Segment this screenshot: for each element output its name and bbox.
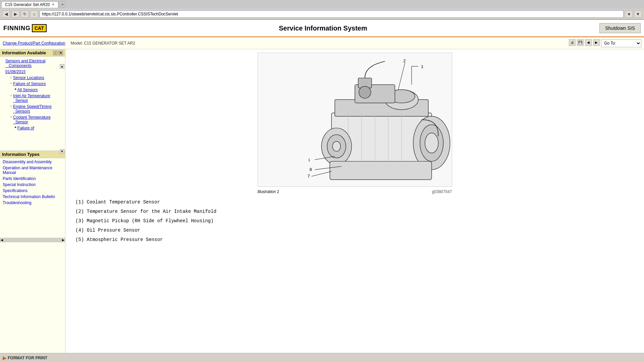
svg-point-10 <box>332 141 340 152</box>
goto-select[interactable]: Go To: <box>601 39 641 47</box>
sensor-list: (1) Coolant Temperature Sensor (2) Tempe… <box>72 199 637 242</box>
list-item: ○ Failure of Sensors <box>0 81 65 87</box>
browser-chrome: C15 Generator Set AR20 ✕ + ◀ ▶ ↻ ⌂ ★ ▼ <box>0 0 644 20</box>
engine-illustration: 1 2 1 7 8 <box>258 53 452 187</box>
list-item: 01/08/2015 <box>0 69 65 75</box>
illustration-label: Illustration 1 <box>258 189 279 194</box>
url-input[interactable] <box>40 10 624 18</box>
svg-rect-11 <box>330 161 431 180</box>
illustration-id: g03807547 <box>432 189 452 194</box>
format-print-button[interactable]: ▶ FORMAT FOR PRINT <box>3 355 47 361</box>
app-header: FINNING CAT Service Information System S… <box>0 20 644 37</box>
info-type-specifications[interactable]: Specifications <box>0 188 65 194</box>
all-sensors-link[interactable]: All Sensors <box>17 87 38 92</box>
content-area: 1 2 1 7 8 <box>65 49 644 353</box>
svg-point-7 <box>425 133 438 153</box>
inlet-air-link[interactable]: Inlet Air Temperature Sensor <box>13 94 50 103</box>
tree-circle-icon: ○ <box>10 94 12 97</box>
toolbar-icons: 🖨 💾 ◀ ▶ Go To: <box>569 39 641 47</box>
info-type-operation[interactable]: Operation and MaintenanceManual <box>0 165 65 176</box>
scroll-left-icon[interactable]: ◀ <box>1 238 3 242</box>
svg-text:8: 8 <box>309 167 312 172</box>
logo-area: FINNING CAT <box>3 24 47 32</box>
sidebar-horizontal-scroll: ◀ ▶ <box>0 238 65 242</box>
sidebar-header: Information Available - ✕ <box>0 49 65 57</box>
nav-tree: Sensors and Electrical Components 01/08/… <box>0 57 65 150</box>
prev-icon[interactable]: ◀ <box>585 39 592 46</box>
svg-point-19 <box>359 86 371 99</box>
format-print-label: FORMAT FOR PRINT <box>8 356 47 360</box>
list-item: ■ Failure of <box>0 125 65 131</box>
sensor-item-5: (5) Atmospheric Pressure Sensor <box>75 237 634 242</box>
change-config-link[interactable]: Change Product/Part Configuration <box>3 41 65 46</box>
engine-speed-link[interactable]: Engine Speed/Timing Sensors <box>13 104 51 114</box>
tree-square-icon: ■ <box>15 87 16 90</box>
back-button[interactable]: ◀ <box>2 10 10 18</box>
sensor-locations-link[interactable]: Sensor Locations <box>13 75 44 80</box>
coolant-temp-link[interactable]: Coolant Temperature Sensor <box>13 115 51 124</box>
tree-circle-icon: ○ <box>10 75 12 79</box>
list-item: Sensors and Electrical Components <box>0 58 65 69</box>
info-type-special[interactable]: Special Instruction <box>0 182 65 188</box>
info-types-list: Disassembly and Assembly Operation and M… <box>0 158 65 206</box>
model-label: Model: C15 GENERATOR SET AR2 <box>71 41 135 46</box>
browser-tools: ★ ▼ <box>625 10 642 18</box>
home-button[interactable]: ⌂ <box>30 10 38 18</box>
info-type-disassembly[interactable]: Disassembly and Assembly <box>0 159 65 165</box>
list-item: ■ All Sensors <box>0 87 65 93</box>
tree-circle-icon: ○ <box>10 115 12 119</box>
list-item: ○ Sensor Locations <box>0 75 65 81</box>
sidebar-minimize-button[interactable]: - <box>53 51 58 55</box>
save-icon[interactable]: 💾 <box>577 39 584 46</box>
svg-text:1: 1 <box>421 64 423 69</box>
menu-button[interactable]: ▼ <box>634 10 642 18</box>
list-item: ○ Inlet Air Temperature Sensor <box>0 93 65 104</box>
list-item: ○ Engine Speed/Timing Sensors <box>0 104 65 114</box>
sidebar-scroll-down-button[interactable]: ▼ <box>60 149 64 154</box>
illustration-caption: Illustration 1 g03807547 <box>254 189 455 194</box>
sensor-item-3: (3) Magnetic Pickup (RH Side of Flywheel… <box>75 218 634 224</box>
sensors-electrical-link[interactable]: Sensors and Electrical Components <box>5 59 45 68</box>
date-link[interactable]: 01/08/2015 <box>5 69 25 74</box>
tab-close-button[interactable]: ✕ <box>52 2 55 7</box>
tab-bar: C15 Generator Set AR20 ✕ + <box>0 0 644 9</box>
sidebar-close-button[interactable]: ✕ <box>58 51 63 55</box>
new-tab-button[interactable]: + <box>59 1 66 8</box>
sidebar-scroll-up-button[interactable]: ▲ <box>60 64 64 69</box>
format-print-arrow-icon: ▶ <box>3 355 6 361</box>
tree-square-icon: ■ <box>15 126 16 129</box>
address-bar: ◀ ▶ ↻ ⌂ ★ ▼ <box>0 9 644 19</box>
svg-text:1: 1 <box>308 158 310 162</box>
svg-text:7: 7 <box>307 174 310 179</box>
sensor-item-2: (2) Temperature Sensor for the Air Intak… <box>75 209 634 214</box>
failure-of-sensors-link[interactable]: Failure of Sensors <box>13 81 46 86</box>
info-type-troubleshooting[interactable]: Troubleshooting <box>0 200 65 206</box>
logo-finning: FINNING <box>3 25 31 32</box>
tree-circle-icon: ○ <box>10 104 12 108</box>
sensor-item-1: (1) Coolant Temperature Sensor <box>75 199 634 205</box>
footer: ▶ FORMAT FOR PRINT <box>0 353 644 362</box>
bookmark-button[interactable]: ★ <box>625 10 633 18</box>
next-icon[interactable]: ▶ <box>593 39 600 46</box>
info-type-parts[interactable]: Parts Identification <box>0 176 65 182</box>
failure-of-link[interactable]: Failure of <box>17 126 34 130</box>
shutdown-sis-button[interactable]: Shutdown SIS <box>599 23 641 33</box>
info-types-header: Information Types <box>0 151 65 158</box>
main-layout: Information Available - ✕ Sensors and El… <box>0 49 644 353</box>
active-tab[interactable]: C15 Generator Set AR20 ✕ <box>1 1 58 8</box>
scroll-right-icon[interactable]: ▶ <box>62 238 64 242</box>
sidebar-header-icons: - ✕ <box>53 51 63 55</box>
engine-diagram-svg: 1 2 1 7 8 <box>258 53 452 186</box>
reload-button[interactable]: ↻ <box>21 10 29 18</box>
logo-cat: CAT <box>32 24 47 32</box>
list-item: ○ Coolant Temperature Sensor <box>0 114 65 125</box>
tree-circle-icon: ○ <box>10 81 12 85</box>
app-title: Service Information System <box>47 24 600 32</box>
forward-button[interactable]: ▶ <box>11 10 19 18</box>
info-type-technical[interactable]: Technical Information Bulletin <box>0 194 65 200</box>
illustration-container: 1 2 1 7 8 <box>72 53 637 187</box>
tab-title: C15 Generator Set AR20 <box>5 2 50 7</box>
toolbar: Change Product/Part Configuration Model:… <box>0 37 644 49</box>
print-icon[interactable]: 🖨 <box>569 39 576 46</box>
svg-text:2: 2 <box>403 58 406 63</box>
